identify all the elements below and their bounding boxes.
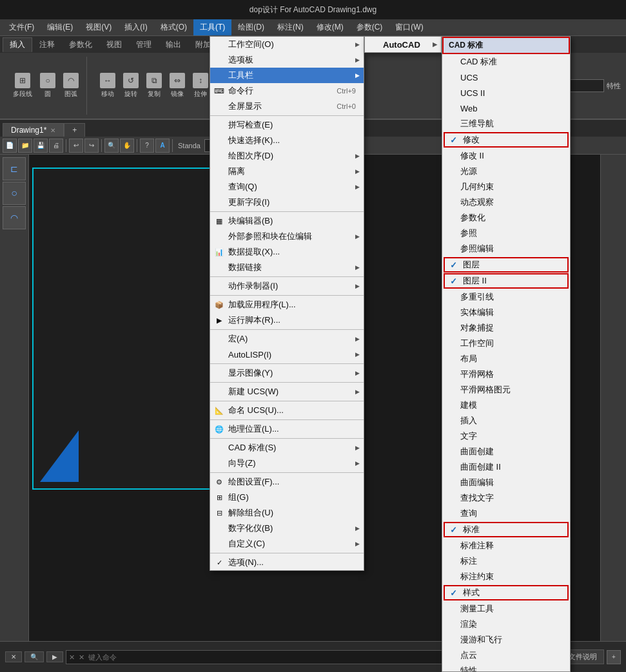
tb-help-btn[interactable]: ? [140, 139, 154, 153]
menu-annotate[interactable]: 标注(N) [271, 19, 310, 35]
menu-showimage[interactable]: 显示图像(Y) [210, 365, 364, 381]
cad-item-pointcloud[interactable]: 点云 [442, 648, 570, 663]
cad-item-ucs[interactable]: UCS [442, 70, 570, 85]
status-add-tab-btn[interactable]: + [607, 650, 621, 664]
ribbon-tab-params[interactable]: 参数化 [62, 37, 99, 52]
cad-item-standard[interactable]: ✓ 标准 [444, 522, 569, 537]
menu-draw[interactable]: 绘图(D) [231, 19, 271, 35]
menu-draftsettings[interactable]: ⚙ 绘图设置(F)... [210, 474, 364, 490]
tb-save-btn[interactable]: 💾 [34, 139, 48, 153]
cad-item-surfedit[interactable]: 曲面编辑 [442, 475, 570, 490]
status-search-btn[interactable]: 🔍 [24, 651, 44, 662]
submenu-autocad[interactable]: AutoCAD [365, 37, 441, 52]
menu-namedUCS[interactable]: 📐 命名 UCS(U)... [210, 403, 364, 418]
menu-format[interactable]: 格式(O) [154, 19, 193, 35]
cad-item-geoconstr[interactable]: 几何约束 [442, 179, 570, 195]
cad-item-style[interactable]: ✓ 样式 [444, 585, 569, 600]
tb-a-btn[interactable]: A [155, 139, 170, 153]
ribbon-btn-multiline[interactable]: ⊞ 多段线 [10, 72, 35, 100]
menu-newucs[interactable]: 新建 UCS(W) [210, 384, 364, 399]
menu-insert[interactable]: 插入(I) [118, 19, 153, 35]
ribbon-btn-mirror[interactable]: ⇔ 镜像 [167, 72, 188, 100]
menu-query[interactable]: 查询(Q) [210, 179, 364, 195]
menu-modify[interactable]: 修改(M) [310, 19, 350, 35]
sidebar-arc-btn[interactable]: ◠ [3, 206, 26, 229]
cad-item-osnap[interactable]: 对象捕捉 [442, 320, 570, 336]
menu-wizard[interactable]: 向导(Z) [210, 456, 364, 471]
cad-item-modify[interactable]: ✓ 修改 [444, 132, 569, 148]
tb-zoom-btn[interactable]: 🔍 [104, 139, 119, 153]
status-close-btn[interactable]: ✕ [5, 651, 22, 662]
menu-commandline[interactable]: ⌨ 命令行Ctrl+9 [210, 83, 364, 99]
cad-item-cadstd[interactable]: CAD 标准 [442, 54, 570, 70]
cad-item-refedit[interactable]: 参照编辑 [442, 241, 570, 256]
menu-window[interactable]: 窗口(W) [389, 19, 429, 35]
status-run-btn[interactable]: ▶ [46, 651, 63, 662]
doc-tab-drawing1[interactable]: Drawing1* ✕ [3, 123, 64, 137]
ribbon-btn-move[interactable]: ↔ 移动 [97, 72, 118, 100]
menu-geo[interactable]: 🌐 地理位置(L)... [210, 421, 364, 437]
cad-item-params[interactable]: 参数化 [442, 210, 570, 226]
ribbon-btn-circle[interactable]: ○ 圆 [37, 72, 58, 100]
cad-item-text[interactable]: 文字 [442, 428, 570, 444]
menu-tools[interactable]: 工具(T) [193, 19, 231, 35]
sidebar-circle-btn[interactable]: ○ [3, 182, 26, 205]
menu-fullscreen[interactable]: 全屏显示Ctrl+0 [210, 99, 364, 114]
menu-datalink[interactable]: 数据链接 [210, 260, 364, 275]
cad-item-surfcreate[interactable]: 曲面创建 [442, 444, 570, 459]
cad-item-smoothmesh[interactable]: 平滑网格 [442, 367, 570, 382]
command-input[interactable] [66, 650, 462, 664]
tb-open-btn[interactable]: 📁 [18, 139, 32, 153]
tb-redo-btn[interactable]: ↪ [84, 139, 99, 153]
menu-cadstd[interactable]: CAD 标准(S) [210, 440, 364, 456]
cad-item-smoothprim[interactable]: 平滑网格图元 [442, 382, 570, 398]
cad-item-web[interactable]: Web [442, 101, 570, 116]
cad-item-stdanno[interactable]: 标准注释 [442, 538, 570, 553]
cad-item-dimconstr[interactable]: 标注约束 [442, 569, 570, 584]
cad-item-workspace[interactable]: 工作空间 [442, 336, 570, 351]
ribbon-tab-output[interactable]: 输出 [159, 37, 188, 52]
menu-isolate[interactable]: 隔离 [210, 164, 364, 179]
ribbon-tab-view[interactable]: 视图 [99, 37, 129, 52]
ribbon-btn-rotate[interactable]: ↺ 旋转 [121, 72, 141, 100]
menu-blockeditor[interactable]: ▦ 块编辑器(B) [210, 213, 364, 229]
cad-item-measure[interactable]: 测量工具 [442, 601, 570, 617]
cad-item-layout[interactable]: 布局 [442, 351, 570, 367]
menu-digitizer[interactable]: 数字化仪(B) [210, 521, 364, 536]
menu-file[interactable]: 文件(F) [3, 19, 41, 35]
menu-quicksel[interactable]: 快速选择(K)... [210, 133, 364, 148]
cad-item-ref[interactable]: 参照 [442, 226, 570, 241]
menu-draworder[interactable]: 绘图次序(D) [210, 148, 364, 164]
ribbon-btn-stretch[interactable]: ↕ 拉伸 [190, 72, 211, 100]
cad-item-layer2[interactable]: ✓ 图层 II [444, 273, 569, 289]
menu-params[interactable]: 参数(C) [350, 19, 389, 35]
cad-item-walkfly[interactable]: 漫游和飞行 [442, 632, 570, 648]
menu-options[interactable]: ✓ 选项(N)... [210, 555, 364, 570]
menu-xref[interactable]: 外部参照和块在位编辑 [210, 229, 364, 244]
ribbon-btn-copy[interactable]: ⧉ 复制 [144, 72, 164, 100]
tb-new-btn[interactable]: 📄 [3, 139, 17, 153]
cad-item-model[interactable]: 建模 [442, 398, 570, 413]
menu-palettes[interactable]: 选项板 [210, 52, 364, 68]
menu-group[interactable]: ⊞ 组(G) [210, 490, 364, 505]
cad-item-light[interactable]: 光源 [442, 164, 570, 179]
menu-dataextract[interactable]: 📊 数据提取(X)... [210, 244, 364, 260]
doc-tab-new[interactable]: + [64, 123, 85, 137]
menu-spellcheck[interactable]: 拼写检查(E) [210, 117, 364, 133]
menu-toolbar[interactable]: 工具栏 [210, 68, 364, 83]
ribbon-tab-annotate[interactable]: 注释 [32, 37, 62, 52]
menu-runscript[interactable]: ▶ 运行脚本(R)... [210, 312, 364, 328]
menu-actionrecorder[interactable]: 动作录制器(I) [210, 278, 364, 294]
sidebar-polyline-btn[interactable]: ⊏ [3, 157, 26, 180]
cad-item-insert[interactable]: 插入 [442, 413, 570, 428]
cad-item-surfcreate2[interactable]: 曲面创建 II [442, 459, 570, 475]
cad-item-layer[interactable]: ✓ 图层 [444, 257, 569, 273]
ribbon-btn-arc[interactable]: ◠ 图弧 [61, 72, 81, 100]
cad-item-query[interactable]: 查询 [442, 506, 570, 521]
menu-updatefield[interactable]: 更新字段(I) [210, 195, 364, 210]
ribbon-tab-insert[interactable]: 插入 [3, 37, 32, 52]
menu-macro[interactable]: 宏(A) [210, 331, 364, 347]
ribbon-tab-manage[interactable]: 管理 [129, 37, 159, 52]
cad-item-render[interactable]: 渲染 [442, 617, 570, 632]
cad-item-properties[interactable]: 特性 [442, 663, 570, 672]
